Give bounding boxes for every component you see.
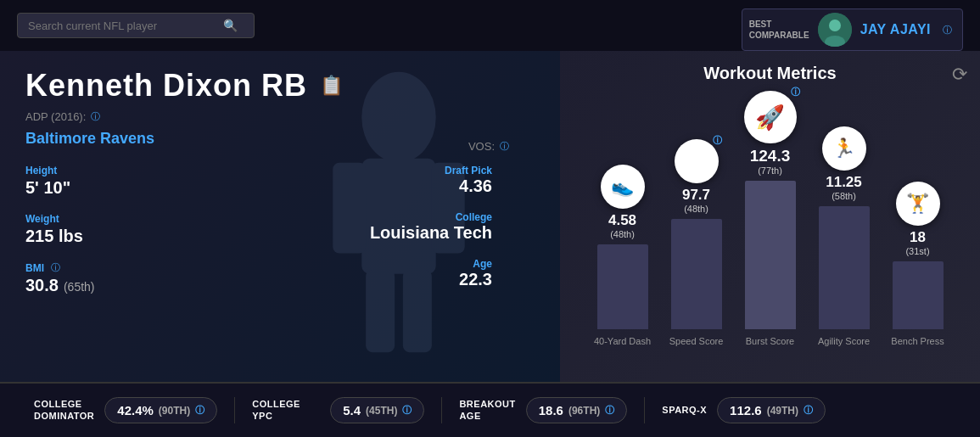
college-ypc-label: COLLEGE YPC bbox=[252, 399, 320, 421]
search-input[interactable] bbox=[28, 20, 223, 32]
burst-icon: 🚀 bbox=[744, 91, 797, 143]
adp-label: ADP (2016): bbox=[25, 110, 86, 123]
speed-value: 97.7 bbox=[682, 187, 710, 204]
burst-percentile: (77th) bbox=[758, 165, 782, 176]
best-comparable-label: BEST COMPARABLE bbox=[749, 19, 809, 41]
vos-row: VOS: ⓘ bbox=[468, 140, 509, 153]
speed-percentile: (48th) bbox=[684, 204, 708, 214]
college-dominator-value: 42.4% bbox=[117, 403, 154, 417]
bench-value: 18 bbox=[910, 229, 926, 246]
bench-percentile: (31st) bbox=[905, 246, 929, 256]
best-comparable-name: JAY AJAYI bbox=[860, 22, 931, 37]
breakout-age-label: BREAKOUT AGE bbox=[459, 399, 515, 421]
right-panel: Workout Metrics ⟳ 👟 4.58 (48th) 40-Yard … bbox=[560, 51, 980, 382]
sparq-info[interactable]: ⓘ bbox=[804, 404, 813, 417]
college-stat: College Louisiana Tech bbox=[370, 211, 492, 243]
40yard-value: 4.58 bbox=[608, 212, 636, 229]
best-comparable-avatar bbox=[818, 13, 852, 47]
speed-icon: ⏱ bbox=[675, 139, 719, 183]
college-ypc-pill: 5.4 (45TH) ⓘ bbox=[330, 397, 424, 423]
college-dominator-pill: 42.4% (90TH) ⓘ bbox=[104, 397, 217, 423]
college-dominator-percentile: (90TH) bbox=[159, 405, 190, 417]
metric-burst: ⓘ 🚀 124.3 (77th) Burst Score bbox=[736, 91, 804, 346]
top-bar: 🔍 BEST COMPARABLE JAY AJAYI ⓘ bbox=[0, 0, 980, 51]
sparq-percentile: (49TH) bbox=[767, 405, 798, 417]
burst-bar bbox=[745, 181, 796, 329]
bmi-info-icon[interactable]: ⓘ bbox=[51, 261, 60, 274]
metrics-chart: 👟 4.58 (48th) 40-Yard Dash ⓘ ⏱ 97.7 (48t… bbox=[577, 100, 963, 346]
sparq-pill: 112.6 (49TH) ⓘ bbox=[717, 397, 826, 423]
svg-point-3 bbox=[361, 72, 435, 163]
metric-agility: 🏃 11.25 (58th) Agility Score bbox=[810, 126, 878, 346]
draft-pick-value: 4.36 bbox=[370, 176, 492, 196]
draft-pick-label: Draft Pick bbox=[370, 165, 492, 176]
burst-label: Burst Score bbox=[746, 336, 794, 346]
agility-label: Agility Score bbox=[818, 336, 870, 346]
speed-info-icon[interactable]: ⓘ bbox=[712, 134, 724, 146]
bottom-college-ypc: COLLEGE YPC 5.4 (45TH) ⓘ bbox=[235, 397, 442, 423]
bmi-percentile: (65th) bbox=[64, 280, 95, 294]
right-stats: Draft Pick 4.36 College Louisiana Tech A… bbox=[370, 165, 492, 289]
bmi-value: 30.8 bbox=[25, 276, 59, 295]
college-ypc-value: 5.4 bbox=[343, 403, 361, 417]
40yard-icon: 👟 bbox=[601, 165, 645, 209]
sparq-label: SPARQ-x bbox=[662, 405, 707, 416]
adp-info-icon[interactable]: ⓘ bbox=[91, 110, 100, 123]
breakout-age-pill: 18.6 (96TH) ⓘ bbox=[526, 397, 628, 423]
content-area: Kenneth Dixon RB 📋 ADP (2016): ⓘ VOS: ⓘ … bbox=[0, 51, 980, 382]
speed-label: Speed Score bbox=[669, 336, 724, 346]
vos-label: VOS: bbox=[468, 140, 495, 153]
age-label: Age bbox=[370, 258, 492, 270]
college-dominator-info[interactable]: ⓘ bbox=[195, 404, 204, 417]
bench-label: Bench Press bbox=[891, 336, 944, 346]
workout-title: Workout Metrics bbox=[577, 64, 963, 83]
agility-percentile: (58th) bbox=[832, 191, 856, 201]
left-panel: Kenneth Dixon RB 📋 ADP (2016): ⓘ VOS: ⓘ … bbox=[0, 51, 560, 382]
college-label: College bbox=[370, 211, 492, 223]
breakout-age-info[interactable]: ⓘ bbox=[605, 404, 614, 417]
bottom-breakout-age: BREAKOUT AGE 18.6 (96TH) ⓘ bbox=[442, 397, 645, 423]
search-box[interactable]: 🔍 bbox=[17, 13, 255, 38]
breakout-age-value: 18.6 bbox=[539, 403, 563, 417]
burst-value: 124.3 bbox=[750, 147, 791, 165]
metric-40yard: 👟 4.58 (48th) 40-Yard Dash bbox=[589, 165, 657, 346]
age-value: 22.3 bbox=[370, 270, 492, 289]
best-comparable-info-icon[interactable]: ⓘ bbox=[943, 24, 952, 36]
search-icon: 🔍 bbox=[223, 19, 238, 32]
agility-value: 11.25 bbox=[826, 174, 862, 191]
best-comparable-panel: BEST COMPARABLE JAY AJAYI ⓘ bbox=[742, 8, 963, 51]
burst-info-icon[interactable]: ⓘ bbox=[790, 86, 802, 98]
age-stat: Age 22.3 bbox=[370, 258, 492, 289]
bench-icon: 🏋 bbox=[896, 182, 940, 226]
agility-icon: 🏃 bbox=[822, 126, 866, 171]
vos-info-icon[interactable]: ⓘ bbox=[500, 140, 509, 153]
40yard-percentile: (48th) bbox=[610, 229, 635, 239]
metric-bench: 🏋 18 (31st) Bench Press bbox=[884, 182, 952, 346]
svg-point-1 bbox=[829, 20, 841, 31]
speed-bar bbox=[671, 219, 722, 329]
bottom-bar: COLLEGE DOMINATOR 42.4% (90TH) ⓘ COLLEGE… bbox=[0, 382, 980, 437]
metric-speed: ⓘ ⏱ 97.7 (48th) Speed Score bbox=[663, 139, 731, 346]
sparq-value: 112.6 bbox=[730, 403, 762, 417]
college-ypc-info[interactable]: ⓘ bbox=[402, 404, 412, 417]
bench-bar bbox=[893, 261, 944, 329]
stats-area: Height 5' 10" Weight 215 lbs BMI ⓘ 30.8 bbox=[25, 165, 535, 295]
college-ypc-percentile: (45TH) bbox=[366, 405, 397, 417]
main-container: 🔍 BEST COMPARABLE JAY AJAYI ⓘ bbox=[0, 0, 980, 437]
bottom-college-dominator: COLLEGE DOMINATOR 42.4% (90TH) ⓘ bbox=[17, 397, 235, 423]
share-icon[interactable]: ⟳ bbox=[952, 64, 967, 86]
player-name: Kenneth Dixon RB bbox=[25, 68, 307, 104]
40yard-bar bbox=[597, 244, 648, 329]
agility-bar bbox=[819, 206, 870, 329]
college-value: Louisiana Tech bbox=[370, 223, 492, 243]
40yard-label: 40-Yard Dash bbox=[594, 336, 651, 346]
player-profile-icon[interactable]: 📋 bbox=[320, 75, 343, 97]
draft-pick-stat: Draft Pick 4.36 bbox=[370, 165, 492, 196]
bmi-label: BMI bbox=[25, 262, 44, 274]
breakout-age-percentile: (96TH) bbox=[568, 405, 600, 417]
bottom-sparq: SPARQ-x 112.6 (49TH) ⓘ bbox=[645, 397, 843, 423]
college-dominator-label: COLLEGE DOMINATOR bbox=[34, 399, 94, 421]
